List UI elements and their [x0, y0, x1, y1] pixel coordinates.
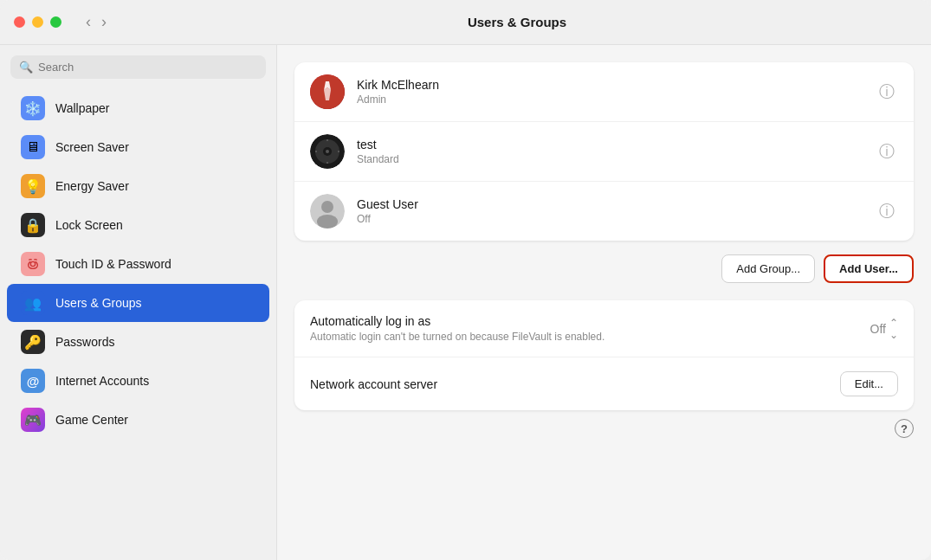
- search-input[interactable]: [38, 61, 257, 74]
- user-info-button[interactable]: ⓘ: [876, 197, 898, 225]
- svg-point-0: [30, 261, 35, 266]
- internet-accounts-icon: @: [21, 369, 45, 393]
- system-preferences-window: ‹ › Users & Groups 🔍 ❄️ Wallpaper 🖥 Scre…: [0, 0, 931, 560]
- network-account-edit-button[interactable]: Edit...: [840, 371, 898, 396]
- titlebar: ‹ › Users & Groups: [0, 0, 931, 45]
- sidebar-item-screen-saver[interactable]: 🖥 Screen Saver: [7, 128, 269, 166]
- svg-point-7: [326, 150, 329, 153]
- sidebar-item-users-groups[interactable]: 👥 Users & Groups: [7, 284, 269, 322]
- network-account-row: Network account server Edit...: [294, 357, 914, 410]
- user-role: Standard: [357, 153, 863, 165]
- guest-avatar-svg: [310, 194, 345, 229]
- network-account-label: Network account server: [310, 377, 840, 391]
- sidebar-item-energy-saver[interactable]: 💡 Energy Saver: [7, 167, 269, 205]
- users-panel: Kirk McElhearn Admin ⓘ: [294, 62, 914, 241]
- user-role: Off: [357, 213, 863, 225]
- close-button[interactable]: [14, 16, 25, 28]
- settings-panel: Automatically log in as Automatic login …: [294, 300, 914, 410]
- help-button-wrapper: ?: [294, 419, 914, 438]
- sidebar-item-label: Internet Accounts: [55, 374, 149, 388]
- sidebar-item-passwords[interactable]: 🔑 Passwords: [7, 323, 269, 361]
- sidebar: 🔍 ❄️ Wallpaper 🖥 Screen Saver 💡 Energy S…: [0, 45, 277, 560]
- table-row: test Standard ⓘ: [294, 122, 914, 182]
- lock-screen-icon: 🔒: [21, 213, 45, 237]
- user-info-button[interactable]: ⓘ: [876, 138, 898, 165]
- auto-login-row: Automatically log in as Automatic login …: [294, 300, 914, 357]
- add-user-button[interactable]: Add User...: [824, 254, 914, 283]
- svg-point-14: [317, 215, 338, 229]
- wallpaper-icon: ❄️: [21, 96, 45, 120]
- stepper-icon: ⌃⌄: [889, 317, 898, 341]
- sidebar-item-label: Screen Saver: [55, 140, 129, 154]
- auto-login-description: Automatic login can't be turned on becau…: [310, 331, 870, 343]
- touch-id-icon: [21, 252, 45, 276]
- user-name: Kirk McElhearn: [357, 78, 863, 92]
- forward-button[interactable]: ›: [98, 11, 110, 33]
- user-name: test: [357, 138, 863, 151]
- nav-buttons: ‹ ›: [82, 11, 110, 33]
- sidebar-item-label: Wallpaper: [55, 101, 110, 115]
- user-name: Guest User: [357, 197, 863, 211]
- sidebar-item-label: Users & Groups: [55, 296, 142, 310]
- game-center-icon: 🎮: [21, 408, 45, 432]
- sidebar-item-lock-screen[interactable]: 🔒 Lock Screen: [7, 206, 269, 244]
- maximize-button[interactable]: [50, 16, 61, 28]
- table-row: Guest User Off ⓘ: [294, 182, 914, 241]
- user-info: Kirk McElhearn Admin: [357, 78, 863, 106]
- auto-login-value[interactable]: Off ⌃⌄: [870, 317, 898, 341]
- sidebar-item-label: Game Center: [55, 413, 128, 427]
- minimize-button[interactable]: [32, 16, 43, 28]
- sidebar-item-internet-accounts[interactable]: @ Internet Accounts: [7, 362, 269, 400]
- search-bar[interactable]: 🔍: [10, 55, 266, 79]
- sidebar-item-touch-id[interactable]: Touch ID & Password: [7, 245, 269, 283]
- add-group-button[interactable]: Add Group...: [721, 254, 815, 283]
- back-button[interactable]: ‹: [82, 11, 94, 33]
- sidebar-item-label: Energy Saver: [55, 179, 129, 193]
- traffic-lights: [14, 16, 61, 28]
- avatar: [310, 194, 345, 229]
- avatar: [310, 134, 345, 169]
- network-account-info: Network account server: [310, 377, 840, 391]
- kirk-avatar-svg: [310, 74, 345, 109]
- content-area: Kirk McElhearn Admin ⓘ: [277, 45, 931, 560]
- user-info: test Standard: [357, 138, 863, 165]
- user-info-button[interactable]: ⓘ: [876, 78, 898, 106]
- sidebar-item-wallpaper[interactable]: ❄️ Wallpaper: [7, 89, 269, 127]
- user-info: Guest User Off: [357, 197, 863, 225]
- sidebar-item-game-center[interactable]: 🎮 Game Center: [7, 401, 269, 439]
- main-layout: 🔍 ❄️ Wallpaper 🖥 Screen Saver 💡 Energy S…: [0, 45, 931, 560]
- screen-saver-icon: 🖥: [21, 135, 45, 159]
- sidebar-item-label: Touch ID & Password: [55, 257, 171, 271]
- passwords-icon: 🔑: [21, 330, 45, 354]
- auto-login-info: Automatically log in as Automatic login …: [310, 314, 870, 343]
- help-button[interactable]: ?: [895, 419, 914, 438]
- table-row: Kirk McElhearn Admin ⓘ: [294, 62, 914, 122]
- search-icon: 🔍: [19, 61, 33, 74]
- avatar: [310, 74, 345, 109]
- add-buttons-row: Add Group... Add User...: [294, 254, 914, 283]
- sidebar-item-label: Lock Screen: [55, 218, 123, 232]
- svg-point-13: [321, 201, 333, 213]
- sidebar-item-label: Passwords: [55, 335, 114, 349]
- window-title: Users & Groups: [117, 15, 917, 29]
- auto-login-label: Automatically log in as: [310, 314, 870, 328]
- test-avatar-svg: [310, 134, 345, 169]
- energy-saver-icon: 💡: [21, 174, 45, 198]
- users-groups-icon: 👥: [21, 291, 45, 315]
- user-role: Admin: [357, 93, 863, 106]
